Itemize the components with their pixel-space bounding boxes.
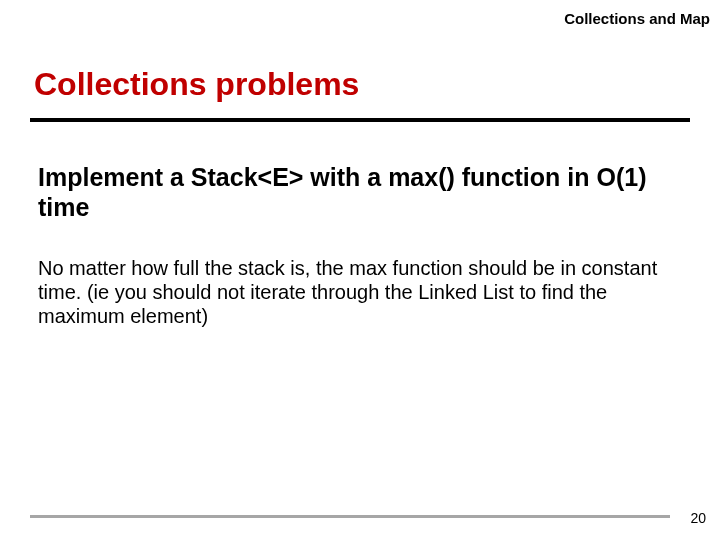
header-topic: Collections and Map <box>564 10 710 27</box>
slide: Collections and Map Collections problems… <box>0 0 720 540</box>
footer-divider <box>30 515 670 518</box>
title-divider <box>30 118 690 122</box>
problem-heading: Implement a Stack<E> with a max() functi… <box>38 162 658 222</box>
page-number: 20 <box>690 510 706 526</box>
slide-title: Collections problems <box>34 66 359 103</box>
problem-body: No matter how full the stack is, the max… <box>38 256 668 328</box>
